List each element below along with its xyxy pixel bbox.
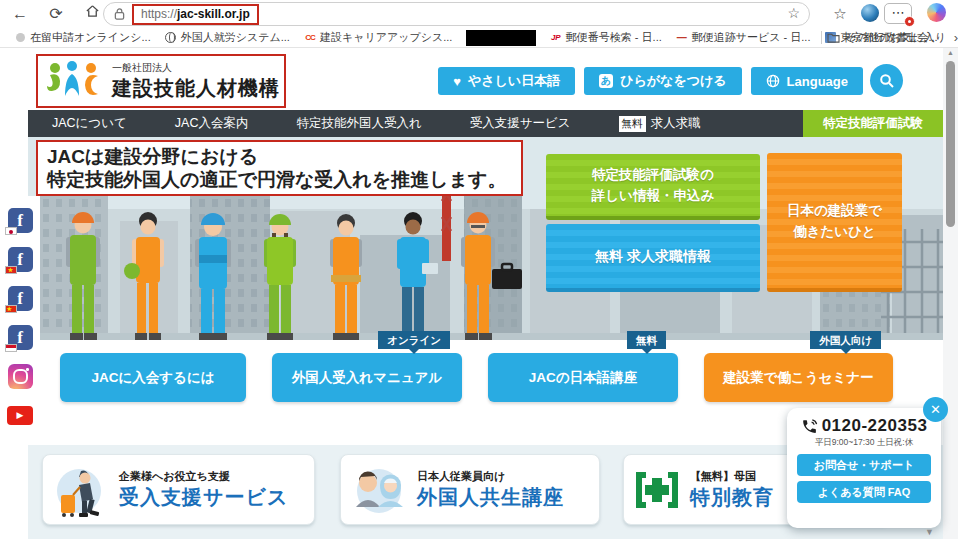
two-people-illustration — [351, 461, 407, 519]
vietnam-flag: ★ — [5, 266, 17, 274]
bookmark-label: 郵便番号検索 - 日... — [566, 30, 662, 45]
facebook-indonesia-icon[interactable]: f — [8, 325, 33, 350]
search-button[interactable] — [870, 64, 903, 97]
nav-support-service[interactable]: 受入支援サービス — [446, 110, 595, 137]
panel-label: 特定技能評価試験の — [592, 164, 714, 185]
org-name: 建設技能人材機構 — [112, 75, 280, 102]
nav-skill-evaluation-exam[interactable]: 特定技能評価試験 — [803, 110, 943, 137]
business-hours: 平日9:00~17:30 土日祝:休 — [787, 437, 941, 449]
copilot-icon[interactable] — [927, 3, 946, 22]
card-title: 受入支援サービス — [119, 484, 288, 511]
hiragana-button[interactable]: あ ひらがなをつける — [584, 67, 741, 95]
coexistence-course-card[interactable]: 日本人従業員向け 外国人共生講座 — [340, 454, 600, 525]
panel-label: 働きたいひと — [793, 221, 876, 242]
refresh-icon[interactable]: ⟳ — [44, 2, 68, 26]
nav-label: 特定技能外国人受入れ — [296, 115, 421, 132]
construction-seminar-button[interactable]: 外国人向け 建設業で働こうセミナー — [704, 353, 893, 402]
work-in-japan-panel[interactable]: 日本の建設業で 働きたいひと — [767, 153, 902, 292]
youtube-icon[interactable]: ▶ — [7, 406, 33, 425]
redacted-bookmark — [466, 30, 535, 46]
other-favorites[interactable]: その他のお気に入り — [821, 30, 946, 45]
phone-icon — [801, 418, 818, 435]
bookmark-yubin-tsuiseki[interactable]: — 郵便追跡サービス - 日... — [676, 30, 811, 45]
browser-globe-icon[interactable] — [861, 4, 879, 22]
instagram-icon[interactable] — [8, 364, 33, 389]
bookmarks-overflow-chevron[interactable]: › — [954, 30, 958, 45]
japanese-course-button[interactable]: 無料 JACの日本語講座 — [488, 353, 678, 402]
nav-join-jac[interactable]: JAC入会案内 — [151, 110, 273, 137]
exam-info-panel[interactable]: 特定技能評価試験の 詳しい情報・申込み — [546, 154, 760, 220]
headline-line2: 特定技能外国人の適正で円滑な受入れを推進します。 — [47, 168, 512, 191]
free-badge: 無料 — [619, 116, 646, 132]
bookmark-label: 外国人就労システム... — [181, 30, 290, 45]
nav-label: 受入支援サービス — [470, 115, 571, 132]
bookmark-label: 建設キャリアアップシス... — [320, 30, 453, 45]
panel-label: 無料 求人求職情報 — [595, 246, 711, 267]
china-flag: ★ — [5, 305, 17, 313]
card-subtitle: 【無料】母国 — [690, 469, 774, 484]
scrollbar-thumb[interactable] — [946, 61, 955, 227]
cta-label: 建設業で働こうセミナー — [723, 369, 873, 387]
browser-toolbar: ← ⟳ https://jac-skill.or.jp ☆ ☆ ⋯ — [0, 0, 958, 28]
language-button[interactable]: Language — [751, 67, 863, 95]
facebook-f: f — [17, 289, 23, 308]
free-tag: 無料 — [627, 331, 666, 349]
favorites-bar-icon[interactable]: ☆ — [828, 2, 852, 26]
hero-section: JACは建設分野における 特定技能外国人の適正で円滑な受入れを推進します。 特定… — [28, 137, 943, 445]
page-viewport: 一般社団法人 建設技能人材機構 ♥ やさしい日本語 あ ひらがなをつける Lan… — [0, 48, 958, 539]
job-info-panel[interactable]: 無料 求人求職情報 — [546, 224, 760, 292]
nav-skilled-workers[interactable]: 特定技能外国人受入れ — [272, 110, 445, 137]
bookmark-label: 郵便追跡サービス - 日... — [692, 30, 811, 45]
contact-popup: ✕ 0120-220353 平日9:00~17:30 土日祝:休 お問合せ・サポ… — [787, 408, 941, 528]
cta-label: 外国人受入れマニュアル — [292, 369, 442, 387]
bookmark-label: 在留申請オンラインシ... — [30, 30, 151, 45]
contact-support-button[interactable]: お問合せ・サポート — [797, 454, 931, 476]
facebook-f: f — [17, 328, 23, 347]
card-text: 企業様へお役立ち支援 受入支援サービス — [119, 469, 288, 511]
facebook-china-icon[interactable]: f★ — [8, 286, 33, 311]
cta-label: JACの日本語講座 — [529, 369, 637, 387]
headline-line1: JACは建設分野における — [47, 145, 512, 168]
site-header: 一般社団法人 建設技能人材機構 ♥ やさしい日本語 あ ひらがなをつける Lan… — [28, 48, 943, 110]
bookmark-favicon-dot — [14, 32, 26, 44]
facebook-japan-icon[interactable]: f — [8, 208, 33, 233]
notification-badge — [904, 16, 915, 27]
main-nav: JACについて JAC入会案内 特定技能外国人受入れ 受入支援サービス 無料 求… — [28, 110, 943, 137]
scroll-down-icon: ▼ — [925, 527, 934, 537]
nav-about-jac[interactable]: JACについて — [28, 110, 151, 137]
bookmark-favicon-cc: CC — [304, 32, 316, 44]
phone-row: 0120-220353 — [787, 416, 941, 436]
acceptance-manual-button[interactable]: オンライン 外国人受入れマニュアル — [272, 353, 462, 402]
language-label: Language — [787, 74, 848, 89]
jac-logo-mark — [46, 60, 104, 102]
home-icon[interactable] — [80, 2, 104, 26]
card-text: 日本人従業員向け 外国人共生講座 — [417, 469, 564, 511]
faq-button[interactable]: よくある質問 FAQ — [797, 481, 931, 503]
heart-icon: ♥ — [453, 74, 461, 89]
hero-headline: JACは建設分野における 特定技能外国人の適正で円滑な受入れを推進します。 — [36, 140, 523, 196]
site-logo[interactable]: 一般社団法人 建設技能人材機構 — [36, 54, 286, 108]
facebook-vietnam-icon[interactable]: f★ — [8, 247, 33, 272]
logo-text: 一般社団法人 建設技能人材機構 — [112, 61, 280, 102]
nav-jobs[interactable]: 無料 求人求職 — [595, 110, 725, 137]
support-service-card[interactable]: 企業様へお役立ち支援 受入支援サービス — [42, 454, 315, 525]
page-scrollbar[interactable]: ▲ — [943, 48, 958, 539]
more-menu-icon[interactable]: ⋯ — [884, 3, 912, 24]
address-bar[interactable]: https://jac-skill.or.jp ☆ — [103, 2, 810, 26]
bookmark-yubin-bango[interactable]: JP 郵便番号検索 - 日... — [550, 30, 662, 45]
back-icon[interactable]: ← — [8, 2, 32, 26]
bookmark-zairyu[interactable]: 在留申請オンラインシ... — [14, 30, 151, 45]
join-jac-button[interactable]: JACに入会するには — [60, 353, 246, 402]
hiragana-label: ひらがなをつける — [620, 72, 726, 90]
search-icon — [879, 73, 895, 89]
scrollbar-up-arrow[interactable]: ▲ — [943, 49, 958, 56]
folder-icon — [827, 32, 840, 43]
close-icon[interactable]: ✕ — [923, 397, 948, 422]
divider — [821, 31, 822, 44]
bookmark-favicon-dash: — — [676, 32, 688, 44]
bookmark-gaikokujin-shuro[interactable]: 外国人就労システム... — [165, 30, 290, 45]
nav-label: 特定技能評価試験 — [823, 115, 923, 132]
easy-japanese-button[interactable]: ♥ やさしい日本語 — [438, 67, 575, 95]
bookmark-career-up[interactable]: CC 建設キャリアアップシス... — [304, 30, 453, 45]
bookmark-star-icon[interactable]: ☆ — [787, 5, 800, 21]
